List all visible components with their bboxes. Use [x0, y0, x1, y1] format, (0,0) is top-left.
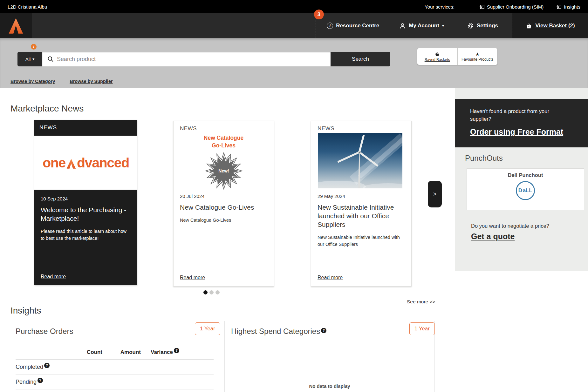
your-services: Your services: Supplier Onboarding (SIM)…	[425, 4, 580, 10]
basket-icon	[525, 22, 532, 29]
get-a-quote-link[interactable]: Get a quote	[471, 232, 515, 241]
table-row-pending: Pending?	[16, 375, 214, 389]
purchase-orders-card: Purchase Orders 1 Year Count Amount Vari…	[9, 321, 220, 392]
news-card-body: 20 Jul 2024 New Catalogue Go-Lives New C…	[180, 193, 267, 224]
search-band: i All ▾ Search Saved Baskets ★ Favourite…	[0, 38, 588, 88]
chevron-down-icon: ▾	[442, 24, 444, 28]
settings-label: Settings	[477, 23, 498, 29]
advanced-logo[interactable]	[0, 13, 32, 38]
news-title: New Sustainable Initiative launched with…	[318, 203, 405, 229]
carousel-next-button[interactable]: >	[428, 181, 442, 207]
info-badge-icon[interactable]: i	[31, 44, 37, 50]
help-icon[interactable]: ?	[321, 328, 326, 333]
carousel-dot-2[interactable]	[209, 290, 214, 294]
news-date: 10 Sep 2024	[41, 196, 131, 201]
my-account-label: My Account	[409, 23, 439, 29]
insights-heading: Insights	[10, 306, 41, 316]
help-icon[interactable]: ?	[44, 363, 50, 368]
period-filter-button[interactable]: 1 Year	[409, 322, 435, 335]
news-description: New Sustainable Initiative launched with…	[318, 234, 405, 248]
quick-links-box: Saved Baskets ★ Favourite Products	[417, 48, 497, 65]
carousel-dot-3[interactable]	[215, 290, 220, 294]
carousel-dots	[203, 290, 220, 294]
free-format-question: Haven't found a product from your suppli…	[470, 108, 565, 123]
news-card-body: 29 May 2024 New Sustainable Initiative l…	[318, 193, 405, 248]
resource-centre-label: Resource Centre	[336, 23, 379, 29]
search-input[interactable]	[42, 52, 331, 66]
browse-by-category-link[interactable]: Browse by Category	[10, 79, 55, 84]
favourite-products-label: Favourite Products	[462, 57, 494, 62]
column-amount: Amount	[102, 349, 141, 355]
insights-link[interactable]: Insights	[556, 4, 580, 10]
star-headline: New Catalogue Go-Lives	[204, 134, 243, 149]
read-more-link[interactable]: Read more	[318, 275, 343, 280]
table-row-completed: Completed?	[16, 360, 214, 375]
purchasing-marketplace-page: L2D Cristiana Albu Your services: Suppli…	[0, 0, 588, 392]
marketplace-news-heading: Marketplace News	[10, 104, 84, 114]
see-more-link[interactable]: See more >>	[407, 299, 435, 305]
news-image-star: New Catalogue Go-Lives New!	[174, 134, 274, 191]
top-bar: L2D Cristiana Albu Your services: Suppli…	[0, 0, 588, 13]
view-basket-label: View Basket (2)	[535, 23, 575, 29]
purchase-orders-table: Count Amount Variance? Completed? Pendin…	[16, 349, 214, 389]
settings-button[interactable]: Settings	[453, 13, 512, 38]
news-card-body: 10 Sep 2024 Welcome to the Purchasing - …	[34, 190, 137, 285]
search-icon	[47, 56, 54, 63]
sidebar: Haven't found a product from your suppli…	[455, 88, 588, 271]
saved-baskets-link[interactable]: Saved Baskets	[417, 48, 458, 65]
period-filter-button[interactable]: 1 Year	[195, 322, 220, 335]
news-tag: NEWS	[180, 125, 197, 132]
news-card-sustainable: NEWS 29 May 2024 New Sustainable Initiat…	[311, 121, 412, 287]
carousel-dot-1[interactable]	[203, 290, 208, 294]
order-free-format-link[interactable]: Order using Free Format	[470, 127, 563, 137]
launch-icon	[556, 4, 562, 10]
read-more-link[interactable]: Read more	[180, 275, 205, 280]
browse-by-supplier-link[interactable]: Browse by Supplier	[70, 79, 113, 84]
advanced-chevron-icon	[66, 158, 77, 169]
news-title: New Catalogue Go-Lives	[180, 203, 267, 212]
info-icon: i	[327, 23, 333, 29]
user-label: L2D Cristiana Albu	[8, 4, 47, 10]
column-variance: Variance?	[141, 349, 179, 355]
favourite-products-link[interactable]: ★ Favourite Products	[458, 48, 498, 65]
quote-question: Do you want to negotiate a price?	[471, 223, 549, 229]
supplier-onboarding-link[interactable]: Supplier Onboarding (SIM)	[479, 4, 544, 10]
help-icon[interactable]: ?	[38, 378, 43, 383]
news-description: Please read this article to learn about …	[41, 228, 131, 242]
user-icon	[399, 23, 406, 29]
news-card-welcome: NEWS one dvanced 10 Sep 2024 Welcome to …	[34, 120, 137, 285]
nav-items: i Resource Centre My Account ▾ Settings	[316, 13, 588, 38]
punchouts-heading: PunchOuts	[465, 154, 503, 163]
services-label: Your services:	[425, 4, 455, 10]
search-filter-value: All	[25, 57, 31, 62]
my-account-button[interactable]: My Account ▾	[390, 13, 453, 38]
news-title: Welcome to the Purchasing - Marketplace!	[41, 206, 131, 223]
sidebar-divider	[455, 259, 588, 259]
view-basket-button[interactable]: View Basket (2)	[512, 13, 588, 38]
free-format-panel: Haven't found a product from your suppli…	[455, 99, 588, 147]
dell-logo: DeLL	[516, 181, 535, 200]
table-header-row: Count Amount Variance?	[16, 349, 214, 355]
browse-row: Browse by Category Browse by Supplier	[10, 79, 113, 84]
dell-punchout-label: Dell Punchout	[467, 172, 584, 178]
dell-punchout-card[interactable]: Dell Punchout DeLL	[467, 168, 584, 210]
purchase-orders-title: Purchase Orders	[16, 327, 73, 336]
help-icon[interactable]: ?	[174, 348, 179, 353]
highest-spend-title: Highest Spend Categories?	[231, 327, 326, 336]
news-date: 20 Jul 2024	[180, 193, 267, 199]
empty-state-label: No data to display	[225, 383, 434, 389]
new-starburst-icon: New!	[203, 151, 244, 191]
news-tag: NEWS	[318, 125, 334, 132]
star-icon: ★	[475, 52, 480, 57]
read-more-link[interactable]: Read more	[41, 274, 66, 280]
chevron-down-icon: ▾	[32, 57, 34, 61]
search-button[interactable]: Search	[331, 52, 390, 66]
search-field	[42, 52, 331, 66]
column-count: Count	[64, 349, 102, 355]
news-card-catalogue: NEWS New Catalogue Go-Lives New! 20 Jul …	[173, 121, 274, 287]
new-badge-label: New!	[218, 168, 229, 173]
resource-centre-button[interactable]: i Resource Centre	[316, 13, 390, 38]
search-filter-dropdown[interactable]: All ▾	[17, 52, 42, 66]
news-tag: NEWS	[34, 120, 137, 136]
launch-icon	[479, 4, 485, 10]
